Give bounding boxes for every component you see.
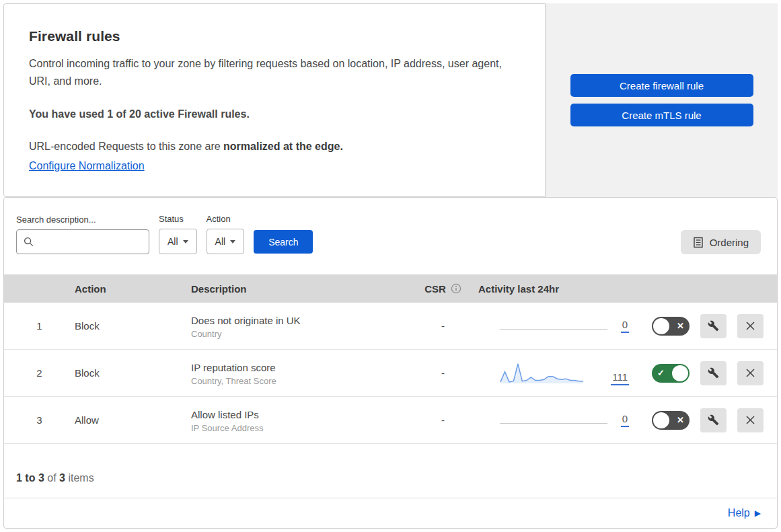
table-row: 1 Block Does not originate in UK Country…: [4, 303, 777, 350]
help-bar: Help ▶: [4, 498, 777, 528]
rule-criteria: Country, Threat Score: [191, 376, 408, 386]
help-link[interactable]: Help ▶: [728, 507, 761, 519]
page-title: Firewall rules: [29, 28, 518, 44]
rule-activity-cell: 111: [478, 361, 633, 385]
filter-bar: Search description... Status All Action: [4, 198, 777, 274]
action-label: Action: [207, 214, 245, 224]
rule-criteria: Country: [191, 329, 408, 339]
toggle-off-x-icon: ✕: [677, 321, 684, 330]
status-filter: Status All: [159, 214, 197, 254]
toggle-knob: [653, 318, 669, 334]
intro-card: Firewall rules Control incoming traffic …: [3, 3, 546, 197]
configure-normalization-link[interactable]: Configure Normalization: [29, 160, 145, 172]
rule-action: Block: [75, 320, 191, 332]
edit-rule-button[interactable]: [700, 314, 727, 338]
page-description: Control incoming traffic to your zone by…: [29, 55, 518, 91]
wrench-icon: [708, 367, 719, 379]
wrench-icon: [708, 414, 719, 426]
close-icon: [745, 321, 755, 331]
rule-priority: 3: [4, 414, 75, 426]
table-row: 2 Block IP reputation score Country, Thr…: [4, 350, 777, 397]
table-header: Action Description CSR Activity last 24h…: [4, 274, 777, 303]
firewall-rules-page: Firewall rules Control incoming traffic …: [0, 0, 781, 532]
activity-flatline: [500, 329, 607, 330]
normalization-bold-text: normalized at the edge.: [223, 141, 343, 152]
chevron-down-icon: [230, 240, 235, 243]
activity-flatline: [500, 423, 607, 424]
rule-controls: ✓: [633, 361, 777, 385]
close-icon: [745, 415, 755, 425]
rule-action: Allow: [75, 414, 191, 426]
help-link-label: Help: [728, 507, 750, 519]
close-icon: [745, 368, 755, 378]
rule-description-cell: Allow listed IPs IP Source Address: [191, 408, 408, 433]
rule-priority: 2: [4, 367, 75, 379]
action-dropdown[interactable]: All: [207, 229, 245, 254]
normalization-text: URL-encoded Requests to this zone are: [29, 141, 223, 152]
rule-enabled-toggle[interactable]: ✕: [652, 317, 690, 336]
rule-csr-value: -: [408, 320, 478, 332]
pagination-summary: 1 to 3 of 3 items: [4, 444, 777, 494]
rule-description-cell: Does not originate in UK Country: [191, 313, 408, 339]
normalization-note: URL-encoded Requests to this zone are no…: [29, 138, 518, 155]
search-input[interactable]: [16, 229, 149, 254]
rule-description-cell: IP reputation score Country, Threat Scor…: [191, 360, 408, 386]
search-field: Search description...: [16, 215, 149, 254]
rule-csr-value: -: [408, 414, 478, 426]
status-dropdown[interactable]: All: [159, 229, 197, 254]
rule-action: Block: [75, 367, 191, 379]
delete-rule-button[interactable]: [737, 314, 764, 338]
rule-controls: ✕: [633, 314, 777, 338]
rule-enabled-toggle[interactable]: ✕: [652, 411, 690, 430]
toggle-knob: [672, 365, 688, 381]
edit-rule-button[interactable]: [700, 408, 727, 432]
csr-column-header: CSR: [408, 283, 478, 295]
info-icon[interactable]: [451, 283, 461, 294]
rule-criteria: IP Source Address: [191, 423, 408, 433]
table-row: 3 Allow Allow listed IPs IP Source Addre…: [4, 397, 777, 444]
rule-description[interactable]: Does not originate in UK: [191, 313, 408, 328]
rule-controls: ✕: [633, 408, 777, 432]
chevron-down-icon: [183, 240, 188, 243]
ordering-button[interactable]: Ordering: [681, 230, 761, 254]
activity-sparkline: [500, 361, 597, 385]
delete-rule-button[interactable]: [737, 408, 764, 432]
rule-description[interactable]: IP reputation score: [191, 360, 408, 375]
search-button[interactable]: Search: [254, 230, 313, 254]
ordering-button-label: Ordering: [710, 237, 749, 248]
activity-count-link[interactable]: 111: [611, 372, 629, 385]
items-range: 1 to 3: [16, 472, 44, 484]
activity-column-header: Activity last 24hr: [478, 283, 633, 295]
ordering-list-icon: [693, 237, 704, 248]
toggle-off-x-icon: ✕: [677, 416, 684, 424]
action-column-header: Action: [75, 283, 191, 295]
activity-count-link[interactable]: 0: [621, 414, 629, 427]
rule-csr-value: -: [408, 367, 478, 379]
arrow-right-icon: ▶: [755, 509, 761, 517]
toggle-knob: [653, 412, 669, 428]
description-column-header: Description: [191, 283, 408, 295]
activity-count-link[interactable]: 0: [621, 319, 629, 333]
actions-panel: Create firewall rule Create mTLS rule: [546, 3, 778, 197]
rule-description[interactable]: Allow listed IPs: [191, 408, 408, 422]
action-filter: Action All: [207, 214, 245, 254]
search-label: Search description...: [16, 215, 149, 225]
rule-activity-cell: 0: [478, 319, 633, 333]
search-text-input[interactable]: [39, 237, 142, 248]
rule-priority: 1: [4, 320, 75, 332]
status-label: Status: [159, 214, 197, 224]
rule-enabled-toggle[interactable]: ✓: [652, 364, 690, 383]
edit-rule-button[interactable]: [700, 361, 727, 385]
search-icon: [24, 237, 34, 247]
rule-activity-cell: 0: [478, 414, 633, 427]
delete-rule-button[interactable]: [737, 361, 764, 385]
toggle-on-check-icon: ✓: [657, 369, 665, 377]
rules-list-card: Search description... Status All Action: [3, 197, 778, 529]
status-dropdown-value: All: [168, 236, 178, 247]
create-mtls-rule-button[interactable]: Create mTLS rule: [570, 104, 753, 126]
header-section: Firewall rules Control incoming traffic …: [3, 3, 778, 197]
usage-summary: You have used 1 of 20 active Firewall ru…: [29, 106, 518, 123]
action-dropdown-value: All: [215, 236, 226, 247]
create-firewall-rule-button[interactable]: Create firewall rule: [570, 74, 753, 97]
wrench-icon: [708, 320, 719, 332]
